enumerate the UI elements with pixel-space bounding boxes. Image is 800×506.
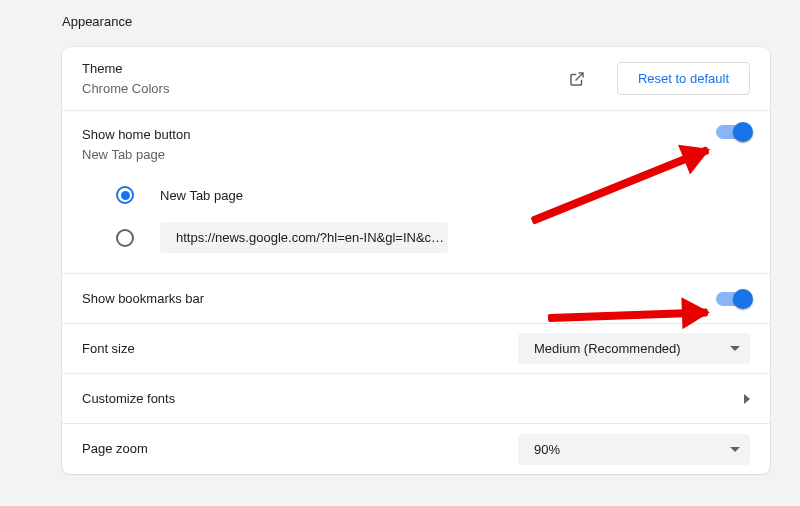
- row-theme: Theme Chrome Colors Reset to default: [62, 47, 770, 111]
- home-button-toggle[interactable]: [716, 125, 750, 139]
- open-in-new-icon[interactable]: [565, 67, 589, 91]
- theme-subtitle: Chrome Colors: [82, 79, 169, 99]
- customize-fonts-title: Customize fonts: [82, 389, 175, 409]
- fontsize-title: Font size: [82, 339, 135, 359]
- zoom-select[interactable]: 90%: [518, 434, 750, 465]
- home-url-input[interactable]: https://news.google.com/?hl=en-IN&gl=IN&…: [160, 222, 448, 253]
- theme-title: Theme: [82, 59, 169, 79]
- section-title-appearance: Appearance: [62, 14, 800, 29]
- chevron-down-icon: [730, 447, 740, 452]
- radio-selected-icon: [116, 186, 134, 204]
- row-bookmarks-bar: Show bookmarks bar: [62, 274, 770, 324]
- home-button-title: Show home button: [82, 125, 190, 145]
- chevron-right-icon: [744, 394, 750, 404]
- theme-text: Theme Chrome Colors: [82, 59, 169, 98]
- home-radio-custom-url[interactable]: https://news.google.com/?hl=en-IN&gl=IN&…: [116, 222, 750, 253]
- bookmarks-toggle[interactable]: [716, 292, 750, 306]
- radio-unselected-icon: [116, 229, 134, 247]
- fontsize-value: Medium (Recommended): [534, 341, 681, 356]
- appearance-card: Theme Chrome Colors Reset to default Sho…: [62, 47, 770, 474]
- home-radio-newtab[interactable]: New Tab page: [116, 186, 750, 204]
- home-button-subtitle: New Tab page: [82, 145, 190, 165]
- home-radio-newtab-label: New Tab page: [160, 188, 243, 203]
- row-page-zoom: Page zoom 90%: [62, 424, 770, 474]
- zoom-title: Page zoom: [82, 439, 148, 459]
- row-customize-fonts[interactable]: Customize fonts: [62, 374, 770, 424]
- row-font-size: Font size Medium (Recommended): [62, 324, 770, 374]
- bookmarks-title: Show bookmarks bar: [82, 289, 204, 309]
- row-home-button: Show home button New Tab page New Tab pa…: [62, 111, 770, 274]
- zoom-value: 90%: [534, 442, 560, 457]
- fontsize-select[interactable]: Medium (Recommended): [518, 333, 750, 364]
- chevron-down-icon: [730, 346, 740, 351]
- reset-to-default-button[interactable]: Reset to default: [617, 62, 750, 95]
